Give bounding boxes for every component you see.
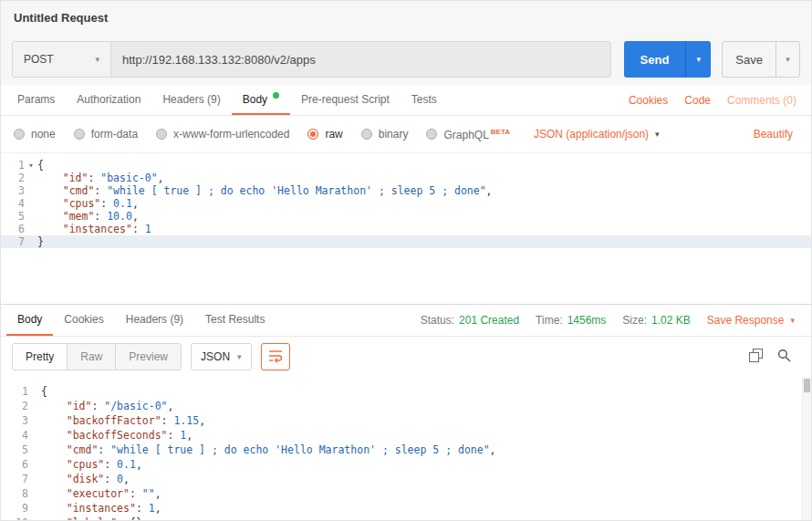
line-number: 2 <box>1 172 25 184</box>
copy-button[interactable] <box>749 349 763 365</box>
save-button[interactable]: Save <box>723 42 776 77</box>
code-line-9[interactable]: 9 "instances": 1, <box>1 501 811 516</box>
response-tab-headers[interactable]: Headers (9) <box>115 305 194 336</box>
response-body-editor[interactable]: 1{2 "id": "/basic-0",3 "backoffFactor": … <box>1 377 811 520</box>
code-line-5[interactable]: 5 "mem": 10.0, <box>1 210 811 223</box>
line-number: 8 <box>1 486 28 501</box>
time-value: 1456ms <box>567 314 607 327</box>
chevron-down-icon: ▾ <box>655 130 660 139</box>
send-button[interactable]: Send <box>624 41 686 78</box>
code-link[interactable]: Code <box>684 94 711 107</box>
save-button-group: Save ▾ <box>722 41 800 78</box>
body-type-binary[interactable]: binary <box>361 128 409 141</box>
fold-spacer <box>28 443 41 457</box>
request-tab-links: Cookies Code Comments (0) <box>629 85 806 115</box>
view-raw-button[interactable]: Raw <box>67 344 115 370</box>
search-button[interactable] <box>777 349 791 365</box>
content-type-label: JSON (application/json) <box>534 128 649 141</box>
postman-window: Untitled Request POST ▾ Send ▾ Save ▾ Pa… <box>0 0 812 521</box>
line-number: 5 <box>1 210 25 223</box>
tab-pre-request-script[interactable]: Pre-request Script <box>290 85 401 115</box>
fold-spacer <box>25 172 37 184</box>
response-tab-test-results[interactable]: Test Results <box>194 305 276 336</box>
fold-spacer <box>25 184 37 197</box>
fold-spacer <box>28 472 41 486</box>
time-label: Time: <box>536 314 563 327</box>
code-text: "id": "basic-0", <box>37 172 811 184</box>
fold-spacer <box>28 399 41 413</box>
fold-spacer <box>28 413 41 428</box>
fold-spacer <box>28 384 41 399</box>
code-line-7[interactable]: 7 "disk": 0, <box>1 472 811 486</box>
view-preview-button[interactable]: Preview <box>115 344 181 370</box>
line-number: 3 <box>1 413 28 428</box>
radio-icon <box>361 129 372 140</box>
wrap-line-button[interactable] <box>261 343 290 370</box>
body-type-none[interactable]: none <box>14 128 56 141</box>
body-type-raw[interactable]: raw <box>307 128 342 141</box>
request-body-editor[interactable]: 1▾{2 "id": "basic-0",3 "cmd": "while [ t… <box>1 152 811 304</box>
code-text: "cpus": 0.1, <box>37 197 811 210</box>
code-line-2[interactable]: 2 "id": "/basic-0", <box>1 399 811 413</box>
view-mode-group: Pretty Raw Preview <box>12 343 182 370</box>
radio-icon <box>14 129 25 140</box>
tab-authorization[interactable]: Authorization <box>66 85 151 115</box>
code-line-10[interactable]: 10 "labels": {}, <box>1 516 811 520</box>
body-type-form-data[interactable]: form-data <box>74 128 138 141</box>
language-label: JSON <box>201 350 230 363</box>
line-number: 1 <box>1 159 25 172</box>
chevron-down-icon: ▾ <box>786 56 790 64</box>
code-line-2[interactable]: 2 "id": "basic-0", <box>1 172 811 184</box>
beautify-link[interactable]: Beautify <box>754 128 798 141</box>
code-line-7[interactable]: 7} <box>1 235 811 248</box>
save-response-button[interactable]: Save Response ▾ <box>707 314 795 327</box>
line-number: 4 <box>1 197 25 210</box>
line-number: 4 <box>1 428 28 443</box>
code-line-4[interactable]: 4 "cpus": 0.1, <box>1 197 811 210</box>
tab-params[interactable]: Params <box>6 85 66 115</box>
code-line-1[interactable]: 1{ <box>1 384 811 399</box>
code-line-4[interactable]: 4 "backoffSeconds": 1, <box>1 428 811 443</box>
line-number: 7 <box>1 472 28 486</box>
response-meta: Status: 201 Created Time: 1456ms Size: 1… <box>421 305 806 336</box>
code-line-6[interactable]: 6 "instances": 1 <box>1 223 811 235</box>
url-input[interactable] <box>111 42 610 77</box>
save-dropdown-button[interactable]: ▾ <box>776 42 799 77</box>
code-line-8[interactable]: 8 "executor": "", <box>1 486 811 501</box>
method-select[interactable]: POST ▾ <box>13 42 111 77</box>
code-line-3[interactable]: 3 "cmd": "while [ true ] ; do echo 'Hell… <box>1 184 811 197</box>
send-dropdown-button[interactable]: ▾ <box>685 41 711 78</box>
cookies-link[interactable]: Cookies <box>629 94 668 107</box>
language-select[interactable]: JSON ▾ <box>191 343 252 370</box>
tab-headers[interactable]: Headers (9) <box>151 85 231 115</box>
code-text: "cmd": "while [ true ] ; do echo 'Hello … <box>41 443 811 457</box>
radio-selected-icon <box>307 129 318 140</box>
code-text: "backoffSeconds": 1, <box>41 428 811 443</box>
fold-arrow-icon[interactable]: ▾ <box>25 159 37 172</box>
body-type-graphql[interactable]: GraphQLBETA <box>426 128 510 141</box>
response-tab-cookies[interactable]: Cookies <box>53 305 114 336</box>
code-line-5[interactable]: 5 "cmd": "while [ true ] ; do echo 'Hell… <box>1 443 811 457</box>
tab-tests[interactable]: Tests <box>401 85 448 115</box>
request-tabs: Params Authorization Headers (9) Body Pr… <box>1 85 811 116</box>
comments-link[interactable]: Comments (0) <box>727 94 796 107</box>
view-pretty-button[interactable]: Pretty <box>13 344 67 370</box>
code-text: "mem": 10.0, <box>37 210 811 223</box>
content-type-select[interactable]: JSON (application/json) ▾ <box>534 128 660 141</box>
body-type-x-www-form-urlencoded[interactable]: x-www-form-urlencoded <box>156 128 289 141</box>
send-button-group: Send ▾ <box>624 41 712 78</box>
scrollbar-thumb[interactable] <box>804 379 810 392</box>
tab-body[interactable]: Body <box>232 85 290 115</box>
chevron-down-icon: ▾ <box>697 56 702 64</box>
code-text: "instances": 1, <box>41 501 811 516</box>
response-toolbar: Pretty Raw Preview JSON ▾ <box>1 337 811 377</box>
body-type-label: binary <box>379 128 409 141</box>
line-number: 10 <box>1 516 28 520</box>
line-number: 6 <box>1 223 25 235</box>
body-type-label: form-data <box>91 128 138 141</box>
response-scrollbar[interactable] <box>802 377 811 520</box>
code-line-3[interactable]: 3 "backoffFactor": 1.15, <box>1 413 811 428</box>
code-line-1[interactable]: 1▾{ <box>1 159 811 172</box>
response-tab-body[interactable]: Body <box>6 305 53 336</box>
code-line-6[interactable]: 6 "cpus": 0.1, <box>1 457 811 472</box>
